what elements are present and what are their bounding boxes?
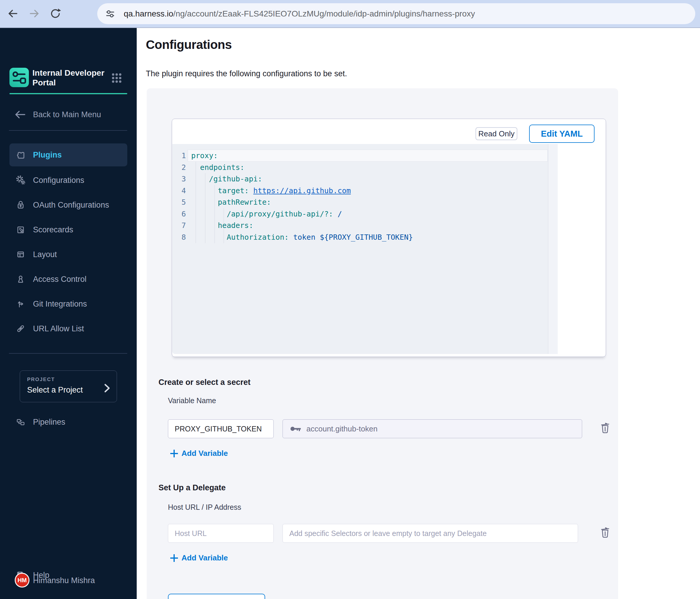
gears-icon — [15, 175, 26, 185]
code-lines: 1proxy: 2 endpoints: 3 /github-api: 4 ta… — [172, 150, 558, 243]
add-delegate-variable-button[interactable]: Add Variable — [170, 553, 228, 563]
sidebar-item-configurations[interactable]: Configurations — [9, 172, 127, 188]
delegate-section-title: Set Up a Delegate — [158, 483, 226, 492]
sidebar-item-label: Pipelines — [33, 418, 66, 427]
edit-yaml-button[interactable]: Edit YAML — [529, 125, 595, 143]
delete-variable-icon[interactable] — [599, 421, 611, 435]
variable-name-label: Variable Name — [168, 396, 216, 405]
code-line: 3 /github-api: — [172, 173, 558, 185]
pipelines-icon — [15, 417, 26, 427]
delete-delegate-row-icon[interactable] — [599, 526, 611, 540]
sidebar-item-label: URL Allow List — [33, 324, 84, 333]
code-line: 2 endpoints: — [172, 162, 558, 174]
variable-name-input[interactable] — [168, 419, 274, 438]
code-line: 7 headers: — [172, 220, 558, 232]
sidebar-item-label: Scorecards — [33, 225, 73, 234]
puzzle-icon — [15, 150, 26, 160]
sidebar-item-scorecards[interactable]: Scorecards — [9, 222, 127, 238]
person-icon — [15, 274, 26, 285]
sidebar-item-url-allow-list[interactable]: URL Allow List — [9, 320, 127, 337]
layout-icon — [15, 249, 26, 260]
yaml-config-card: app-config.yaml Service Read Only Edit Y… — [172, 119, 606, 357]
user-initials: HM — [17, 577, 26, 584]
sidebar-item-label: OAuth Configurations — [33, 201, 109, 210]
project-selector-label: PROJECT — [27, 377, 55, 383]
browser-back-button[interactable] — [6, 7, 20, 20]
add-variable-button[interactable]: Add Variable — [170, 449, 228, 458]
code-link[interactable]: https://api.github.com — [253, 186, 351, 195]
url-text: qa.harness.io/ng/account/zEaak-FLS425IEO… — [124, 9, 475, 19]
chevron-right-icon — [102, 382, 111, 394]
sidebar-divider — [9, 353, 127, 354]
code-line: 8 Authorization: token ${PROXY_GITHUB_TO… — [172, 232, 558, 243]
secret-value: account.github-token — [306, 424, 377, 434]
sidebar-item-plugins[interactable]: Plugins — [9, 144, 127, 166]
sidebar-item-label: Plugins — [33, 151, 62, 160]
read-only-button[interactable]: Read Only — [475, 127, 517, 140]
arrow-left-icon — [15, 110, 26, 119]
sidebar-item-layout[interactable]: Layout — [9, 246, 127, 263]
sidebar-item-label: Access Control — [33, 275, 86, 284]
code-line: 5 pathRewrite: — [172, 197, 558, 208]
git-branch-icon — [15, 298, 26, 309]
plus-icon — [170, 554, 178, 562]
site-settings-icon[interactable] — [105, 8, 116, 19]
module-grid-icon[interactable] — [111, 72, 123, 84]
delegate-selectors-input[interactable] — [282, 524, 578, 543]
secret-section-title: Create or select a secret — [158, 378, 250, 387]
browser-reload-button[interactable] — [49, 7, 62, 20]
code-line: 6 /api/proxy/github-api/?: / — [172, 208, 558, 220]
sidebar-item-git-integrations[interactable]: Git Integrations — [9, 296, 127, 312]
user-name[interactable]: Himanshu Mishra — [33, 576, 95, 585]
sidebar-item-label: Git Integrations — [33, 300, 87, 309]
scorecard-icon — [15, 225, 26, 235]
code-line: 1proxy: — [172, 150, 558, 162]
sidebar-item-label: Configurations — [33, 176, 84, 185]
save-configurations-button[interactable] — [168, 594, 265, 599]
secret-select-field[interactable]: account.github-token — [282, 419, 582, 438]
link-icon — [15, 323, 26, 334]
back-to-main-menu[interactable]: Back to Main Menu — [9, 108, 127, 121]
browser-forward-button[interactable] — [28, 7, 41, 20]
host-url-input[interactable] — [168, 524, 274, 543]
key-icon — [290, 424, 302, 433]
browser-address-bar[interactable]: qa.harness.io/ng/account/zEaak-FLS425IEO… — [97, 3, 695, 24]
user-avatar[interactable]: HM — [15, 573, 29, 588]
app-window: qa.harness.io/ng/account/zEaak-FLS425IEO… — [0, 0, 700, 599]
sidebar-item-label: Layout — [33, 250, 57, 259]
sidebar: Internal Developer Portal Back to Main M… — [0, 28, 137, 599]
sidebar-item-pipelines[interactable]: Pipelines — [9, 414, 127, 430]
product-title: Internal Developer Portal — [32, 68, 106, 87]
code-line: 4 target: https://api.github.com — [172, 185, 558, 197]
yaml-editor[interactable]: 1proxy: 2 endpoints: 3 /github-api: 4 ta… — [172, 144, 558, 354]
sidebar-item-access-control[interactable]: Access Control — [9, 271, 127, 287]
lock-icon — [15, 200, 26, 210]
host-url-label: Host URL / IP Address — [168, 503, 241, 512]
page-description: The plugin requires the following config… — [146, 69, 347, 78]
back-to-main-menu-label: Back to Main Menu — [33, 110, 101, 119]
accent-divider — [9, 93, 127, 94]
page-title: Configurations — [146, 38, 232, 52]
project-selector-value: Select a Project — [27, 386, 83, 395]
browser-toolbar: qa.harness.io/ng/account/zEaak-FLS425IEO… — [0, 0, 700, 28]
editor-scrollbar-gutter[interactable] — [548, 144, 558, 354]
harness-idp-logo — [9, 68, 29, 87]
plus-icon — [170, 450, 178, 457]
sidebar-divider — [9, 130, 127, 131]
sidebar-item-oauth-configurations[interactable]: OAuth Configurations — [9, 197, 127, 213]
